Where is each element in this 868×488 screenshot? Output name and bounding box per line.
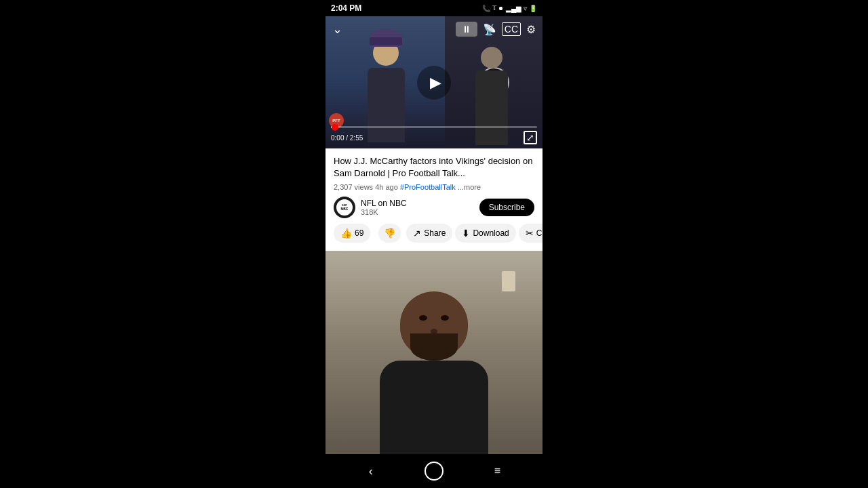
time-display: 0:00 / 2:55 xyxy=(331,134,363,142)
video-title[interactable]: How J.J. McCarthy factors into Vikings' … xyxy=(334,155,534,180)
channel-left: SNFNBC NFL on NBC 318K xyxy=(334,197,407,218)
status-icons: 📞 𝕋 ⏺ ▂▄▆ ▿ 🔋 xyxy=(482,5,537,12)
status-time: 2:04 PM xyxy=(331,3,361,13)
like-button[interactable]: 👍 69 xyxy=(334,224,370,243)
time-row: 0:00 / 2:55 ⤢ xyxy=(331,131,537,144)
fullscreen-button[interactable]: ⤢ xyxy=(524,131,537,144)
channel-logo: SNFNBC xyxy=(335,198,354,217)
pause-button[interactable]: ⏸ xyxy=(456,22,477,37)
view-count: 2,307 views xyxy=(334,183,373,191)
record-icon: ⏺ xyxy=(498,5,504,12)
main-scroll[interactable]: PFT ⏭ xyxy=(326,16,542,454)
channel-subscribers: 318K xyxy=(361,208,407,216)
video-top-left: ⌄ xyxy=(332,22,342,37)
back-button[interactable]: ‹ xyxy=(357,458,384,485)
wall-outlet xyxy=(502,271,515,291)
video-bottom-controls: 0:00 / 2:55 ⤢ xyxy=(326,122,542,148)
signal-icon: ▂▄▆ xyxy=(506,5,521,12)
menu-icon: ≡ xyxy=(494,465,500,477)
cc-icon: CC xyxy=(502,22,521,36)
minimize-button[interactable]: ⌄ xyxy=(332,22,342,37)
wifi-icon: ▿ xyxy=(524,5,527,12)
clip-label: Clip xyxy=(536,228,542,238)
share-button[interactable]: ↗ Share xyxy=(406,224,452,243)
more-text[interactable]: ...more xyxy=(458,183,481,191)
thumbs-down-icon: 👎 xyxy=(384,228,395,239)
pause-icon: ⏸ xyxy=(462,24,471,35)
progress-dot xyxy=(332,124,338,131)
channel-avatar[interactable]: SNFNBC xyxy=(334,197,355,218)
home-icon xyxy=(425,462,443,481)
snf-logo-text: SNFNBC xyxy=(341,204,349,211)
right-eye xyxy=(441,315,449,321)
left-eye xyxy=(419,315,427,321)
time-posted: 4h ago xyxy=(375,183,398,191)
video-top-right: ⏸ 📡 CC ⚙ xyxy=(456,22,536,37)
phone-icon: 📞 xyxy=(482,5,490,12)
scissors-icon: ✂ xyxy=(526,228,534,239)
chevron-down-icon: ⌄ xyxy=(332,22,342,37)
person-head xyxy=(400,291,468,357)
menu-button[interactable]: ≡ xyxy=(484,458,511,485)
settings-button[interactable]: ⚙ xyxy=(526,23,536,36)
back-icon: ‹ xyxy=(369,464,373,479)
reaction-person xyxy=(366,271,502,454)
gear-icon: ⚙ xyxy=(526,23,536,36)
action-buttons-row: 👍 69 👎 ↗ Share ⬇ Download ✂ Clip xyxy=(334,224,534,244)
channel-info: NFL on NBC 318K xyxy=(361,199,407,216)
video-info-section: How J.J. McCarthy factors into Vikings' … xyxy=(326,148,542,251)
channel-name[interactable]: NFL on NBC xyxy=(361,199,407,208)
hashtag[interactable]: #ProFootballTalk xyxy=(400,183,456,191)
video-player[interactable]: PFT ⏭ xyxy=(326,16,542,148)
total-duration: 2:55 xyxy=(350,134,363,142)
tiktok-icon: 𝕋 xyxy=(492,5,496,12)
thumbs-up-icon: 👍 xyxy=(340,228,352,239)
home-button[interactable] xyxy=(420,458,448,485)
battery-icon: 🔋 xyxy=(529,5,537,12)
channel-row: SNFNBC NFL on NBC 318K Subscribe xyxy=(334,197,534,218)
share-label: Share xyxy=(424,228,446,238)
video-meta: 2,307 views 4h ago #ProFootballTalk ...m… xyxy=(334,183,534,191)
status-bar: 2:04 PM 📞 𝕋 ⏺ ▂▄▆ ▿ 🔋 xyxy=(326,0,542,16)
captions-button[interactable]: CC xyxy=(502,22,521,36)
person-body xyxy=(380,361,488,454)
subscribe-button[interactable]: Subscribe xyxy=(479,199,534,216)
like-count: 69 xyxy=(355,228,363,238)
download-icon: ⬇ xyxy=(462,228,470,239)
bottom-navigation: ‹ ≡ xyxy=(326,454,542,488)
video-top-controls: ⌄ ⏸ 📡 CC xyxy=(326,16,542,42)
cast-button[interactable]: 📡 xyxy=(483,23,496,36)
cast-icon: 📡 xyxy=(483,23,496,36)
dislike-button[interactable]: 👎 xyxy=(378,224,401,243)
person-beard xyxy=(410,333,458,361)
clip-button[interactable]: ✂ Clip xyxy=(519,224,542,243)
download-button[interactable]: ⬇ Download xyxy=(455,224,515,243)
current-time: 0:00 xyxy=(331,134,344,142)
play-icon: ▶ xyxy=(430,74,441,92)
fullscreen-icon: ⤢ xyxy=(524,131,537,144)
reaction-video[interactable] xyxy=(326,251,542,454)
progress-bar[interactable] xyxy=(331,126,537,128)
video-controls: ⌄ ⏸ 📡 CC xyxy=(326,16,542,148)
play-button[interactable]: ▶ xyxy=(417,66,451,100)
share-icon: ↗ xyxy=(413,228,421,239)
download-label: Download xyxy=(473,228,509,238)
person-eyes xyxy=(400,315,468,321)
